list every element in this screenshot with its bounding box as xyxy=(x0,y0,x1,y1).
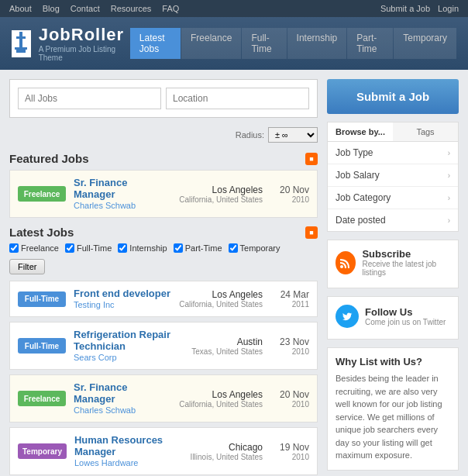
nav-login[interactable]: Login xyxy=(438,4,459,13)
job-date-day: 19 Nov xyxy=(270,442,309,453)
job-company[interactable]: Charles Schwab xyxy=(74,405,136,415)
subscribe-sub: Receive the latest job listings xyxy=(362,260,450,277)
featured-job-company[interactable]: Charles Schwab xyxy=(74,201,136,210)
latest-rss-icon[interactable]: ■ xyxy=(305,226,318,239)
featured-jobs-header: Featured Jobs ■ xyxy=(9,152,318,165)
logo-text: JobRoller A Premium Job Listing Theme xyxy=(39,25,129,62)
job-location-city: Los Angeles xyxy=(179,185,263,195)
job-badge: Temporary xyxy=(18,443,67,459)
search-bar xyxy=(9,79,318,118)
job-title[interactable]: Refrigeration Repair Technician xyxy=(74,329,184,352)
job-location-city: Chicago xyxy=(191,442,263,453)
job-date-day: 20 Nov xyxy=(270,389,309,400)
radius-row: Radius: ± ∞ 10 mi 25 mi 50 mi 100 mi xyxy=(9,124,318,144)
filter-parttime: Part-Time xyxy=(174,243,222,253)
follow-text: Follow Us Come join us on Twitter xyxy=(365,306,446,326)
browse-tab-browse[interactable]: Browse by... xyxy=(328,122,393,141)
featured-job-title[interactable]: Sr. Finance Manager xyxy=(74,177,171,200)
nav-submit-job[interactable]: Submit a Job xyxy=(380,4,430,13)
filter-parttime-checkbox[interactable] xyxy=(174,243,183,253)
nav-blog[interactable]: Blog xyxy=(43,4,60,13)
filter-freelance-checkbox[interactable] xyxy=(9,243,19,253)
chevron-right-icon: › xyxy=(448,149,450,157)
browse-tab-tags[interactable]: Tags xyxy=(393,122,458,141)
latest-jobs-title: Latest Jobs xyxy=(9,226,74,239)
svg-rect-2 xyxy=(15,47,27,50)
job-date-day: 23 Nov xyxy=(270,336,309,347)
why-title: Why List with Us? xyxy=(336,356,450,367)
job-company[interactable]: Lowes Hardware xyxy=(74,458,139,467)
browse-item-date-posted[interactable]: Date posted › xyxy=(328,209,458,231)
job-date-year: 2010 xyxy=(270,347,309,356)
browse-box: Browse by... Tags Job Type › Job Salary … xyxy=(327,122,459,232)
browse-item-job-salary[interactable]: Job Salary › xyxy=(328,164,458,187)
job-location-city: Austin xyxy=(191,336,263,347)
tab-full-time[interactable]: Full-Time xyxy=(242,28,286,59)
job-title[interactable]: Sr. Finance Manager xyxy=(74,381,171,405)
nav-resources[interactable]: Resources xyxy=(111,4,152,13)
job-info: Refrigeration Repair Technician Sears Co… xyxy=(74,329,184,363)
job-info: Front end developer Testing Inc xyxy=(74,288,171,310)
site-title: JobRoller xyxy=(39,25,129,45)
filter-button[interactable]: Filter xyxy=(9,259,45,274)
twitter-icon xyxy=(336,305,359,328)
job-list: Full-Time Front end developer Testing In… xyxy=(9,281,318,476)
filter-parttime-label: Part-Time xyxy=(185,243,222,253)
tab-part-time[interactable]: Part-Time xyxy=(347,28,393,59)
top-nav-right: Submit a Job Login xyxy=(380,4,459,13)
browse-item-job-type[interactable]: Job Type › xyxy=(328,142,458,164)
job-date-year: 2010 xyxy=(270,195,309,204)
featured-rss-icon[interactable]: ■ xyxy=(305,153,318,165)
filter-internship-checkbox[interactable] xyxy=(118,243,127,253)
tab-freelance[interactable]: Freelance xyxy=(181,28,241,59)
job-company[interactable]: Sears Corp xyxy=(74,353,117,362)
job-date: 20 Nov 2010 xyxy=(270,185,309,204)
browse-item-job-category[interactable]: Job Category › xyxy=(328,187,458,209)
main-container: Radius: ± ∞ 10 mi 25 mi 50 mi 100 mi Fea… xyxy=(0,70,468,476)
filter-bar: Freelance Full-Time Internship Part-Time… xyxy=(9,243,318,274)
why-text: Besides being the leader in recruiting, … xyxy=(336,372,450,462)
job-company[interactable]: Testing Inc xyxy=(74,300,115,309)
search-input[interactable] xyxy=(18,88,161,109)
subscribe-title: Subscribe xyxy=(362,248,450,260)
left-column: Radius: ± ∞ 10 mi 25 mi 50 mi 100 mi Fea… xyxy=(9,79,318,476)
job-title[interactable]: Front end developer xyxy=(74,288,171,299)
radius-select[interactable]: ± ∞ 10 mi 25 mi 50 mi 100 mi xyxy=(268,127,318,143)
job-date-day: 20 Nov xyxy=(270,185,309,195)
job-location: Chicago Illinois, United States xyxy=(191,442,263,461)
filter-temporary-checkbox[interactable] xyxy=(229,243,238,253)
table-row: Temporary Human Resources Manager Lowes … xyxy=(9,427,318,475)
featured-jobs-title: Featured Jobs xyxy=(9,152,89,165)
job-badge: Full-Time xyxy=(18,338,66,354)
tab-internship[interactable]: Internship xyxy=(287,28,347,59)
job-date: 23 Nov 2010 xyxy=(270,336,309,356)
job-location: Los Angeles California, United States xyxy=(179,289,263,309)
top-nav-left: About Blog Contact Resources FAQ xyxy=(9,4,179,13)
nav-about[interactable]: About xyxy=(9,4,32,13)
job-date-year: 2010 xyxy=(270,453,309,461)
table-row: Full-Time Refrigeration Repair Technicia… xyxy=(9,322,318,370)
browse-item-label: Date posted xyxy=(336,215,386,226)
filter-freelance: Freelance xyxy=(9,243,59,253)
submit-job-button[interactable]: Submit a Job xyxy=(327,79,459,114)
filter-fulltime-checkbox[interactable] xyxy=(65,243,74,253)
browse-item-label: Job Category xyxy=(336,192,391,203)
logo-area: JobRoller A Premium Job Listing Theme xyxy=(12,25,129,62)
nav-faq[interactable]: FAQ xyxy=(162,4,179,13)
job-date: 20 Nov 2010 xyxy=(270,389,309,409)
featured-job-item: Freelance Sr. Finance Manager Charles Sc… xyxy=(9,170,318,218)
follow-box: Follow Us Come join us on Twitter xyxy=(327,296,459,340)
latest-jobs-header: Latest Jobs ■ xyxy=(9,226,318,239)
location-input[interactable] xyxy=(166,88,309,109)
nav-contact[interactable]: Contact xyxy=(71,4,100,13)
search-area: Radius: ± ∞ 10 mi 25 mi 50 mi 100 mi xyxy=(9,79,318,144)
job-date-year: 2010 xyxy=(270,400,309,409)
tab-temporary[interactable]: Temporary xyxy=(394,28,456,59)
browse-item-label: Job Salary xyxy=(336,170,380,181)
job-title[interactable]: Human Resources Manager xyxy=(74,434,183,457)
job-location-state: California, United States xyxy=(179,400,263,409)
subscribe-box: Subscribe Receive the latest job listing… xyxy=(327,240,459,288)
job-badge: Full-Time xyxy=(18,291,66,307)
chevron-right-icon: › xyxy=(448,171,450,180)
tab-latest-jobs[interactable]: Latest Jobs xyxy=(130,28,181,59)
